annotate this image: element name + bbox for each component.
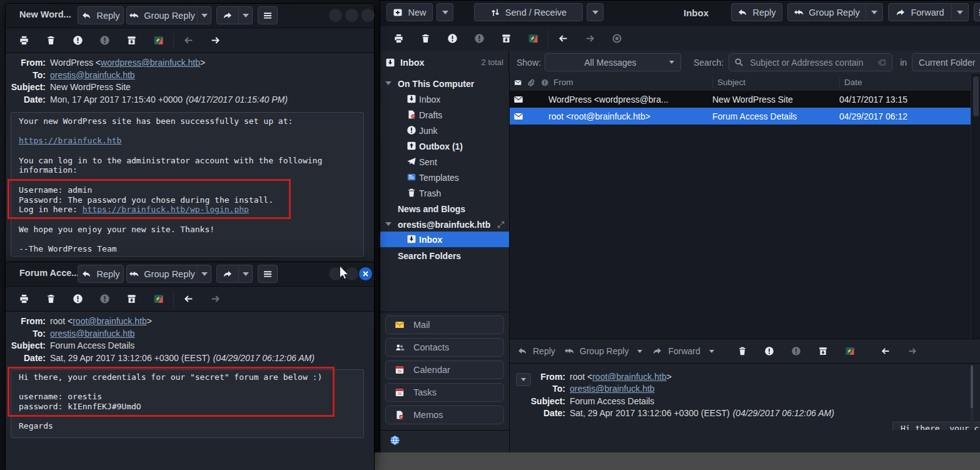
important-column-icon[interactable] [541,78,548,87]
group-reply-button[interactable]: Group Reply [126,6,198,24]
tree-account-inbox-selected[interactable]: Inbox [380,232,509,247]
send-receive-button[interactable]: Send / Receive [474,3,583,21]
forward-dropdown-button[interactable] [238,6,253,24]
collapse-headers-button[interactable] [516,373,531,386]
window-button-1[interactable] [329,9,342,22]
tree-templates[interactable]: Templates [380,170,509,185]
column-from[interactable]: From [548,77,712,88]
tree-on-this-computer[interactable]: On This Computer [380,76,509,91]
preview-delete-button[interactable] [729,346,756,356]
preview-forward-nav-button[interactable] [899,346,926,356]
group-reply-dropdown-button[interactable] [866,3,883,21]
wp-login-link[interactable]: https://brainfuck.htb/wp-login.php [83,205,249,214]
tree-account-orestis[interactable]: orestis@brainfuck.htb [380,217,509,232]
column-subject[interactable]: Subject [712,77,839,88]
status-column-icon[interactable] [514,78,522,87]
globe-status-icon[interactable] [390,435,400,446]
tree-junk[interactable]: Junk [380,123,509,138]
menu-button[interactable] [258,265,278,283]
switcher-contacts-button[interactable]: Contacts [385,338,504,357]
send-receive-dropdown-button[interactable] [587,3,604,21]
preview-group-reply-button[interactable]: Group Reply [564,346,629,356]
reply-button[interactable]: Reply [78,265,124,283]
to-address-link[interactable]: orestis@brainfuck.htb [570,384,655,394]
message-row-wordpress[interactable]: WordPress <wordpress@bra... New WordPres… [510,91,971,108]
mark-not-junk-button[interactable] [91,294,118,304]
from-address-link[interactable]: root@brainfuck.htb [73,316,147,326]
forward-button[interactable] [216,6,239,24]
window-button-3[interactable] [361,9,375,22]
preview-scrollbar[interactable] [971,365,973,428]
group-reply-button[interactable]: Group Reply [787,3,866,21]
preview-junk-button[interactable] [756,346,783,356]
tree-inbox[interactable]: Inbox [380,91,509,107]
expander-icon[interactable] [385,222,391,226]
switcher-calendar-button[interactable]: 31 Calendar [385,360,504,379]
to-address-link[interactable]: orestis@brainfuck.htb [50,70,135,80]
show-filter-dropdown[interactable]: All Messages [545,53,681,71]
print-button[interactable] [11,294,38,304]
archive-button[interactable] [118,294,145,304]
close-window-button[interactable] [359,267,372,280]
mark-junk-button[interactable] [64,294,91,304]
delete-button[interactable] [38,35,64,46]
switcher-memos-button[interactable]: Memos [385,406,504,424]
reply-button[interactable]: Reply [78,6,124,24]
tree-outbox[interactable]: Outbox (1) [380,138,509,154]
forward-button[interactable] [216,265,239,283]
stop-button[interactable] [604,33,630,44]
tree-news-and-blogs[interactable]: News and Blogs [380,201,509,217]
group-reply-dropdown[interactable] [637,350,642,353]
preview-archive-button[interactable] [810,346,837,356]
message-row-forum-selected[interactable]: root <root@brainfuck.htb> Forum Access D… [510,108,971,125]
forward-dropdown[interactable] [709,350,714,353]
group-reply-dropdown-button[interactable] [197,265,211,283]
print-button[interactable] [11,35,38,46]
mark-junk-button[interactable] [439,33,466,44]
mark-button[interactable] [145,35,172,46]
clear-search-icon[interactable] [877,58,887,68]
preview-reply-button[interactable]: Reply [517,346,555,356]
group-reply-dropdown-button[interactable] [197,6,211,24]
tree-trash[interactable]: Trash [380,185,509,201]
mark-button[interactable] [520,33,547,44]
print-button[interactable] [385,33,412,44]
mark-junk-button[interactable] [64,35,91,46]
delete-button[interactable] [38,294,64,304]
preview-not-junk-button[interactable] [783,346,810,356]
forward-nav-button[interactable] [577,33,604,44]
forward-button[interactable]: Forward [888,3,952,21]
tree-drafts[interactable]: Drafts [380,107,509,123]
archive-button[interactable] [493,33,520,44]
tree-search-folders[interactable]: Search Folders [380,248,509,263]
window-button-2[interactable] [345,9,358,22]
back-button[interactable] [550,33,577,44]
switcher-tasks-button[interactable]: 31 Tasks [385,383,504,402]
group-reply-button[interactable]: Group Reply [126,265,198,283]
forward-nav-button[interactable] [202,35,229,46]
preview-back-button[interactable] [872,346,899,356]
from-address-link[interactable]: wordpress@brainfuck.htb [101,58,200,68]
column-date[interactable]: Date [839,77,980,88]
mark-not-junk-button[interactable] [466,33,493,44]
search-scope-dropdown[interactable]: Current Folder [912,53,980,71]
new-button[interactable]: New [386,3,433,21]
attachment-column-icon[interactable] [527,78,535,87]
preview-forward-button[interactable]: Forward [652,346,700,356]
forward-dropdown-button[interactable] [238,265,253,283]
menu-button[interactable] [258,6,278,24]
expander-icon[interactable] [385,81,391,85]
preview-mark-button[interactable] [837,346,864,356]
back-button[interactable] [175,294,202,304]
to-address-link[interactable]: orestis@brainfuck.htb [50,329,135,339]
from-address-link[interactable]: root@brainfuck.htb [592,372,667,382]
archive-button[interactable] [118,35,145,46]
switcher-mail-button[interactable]: Mail [385,315,504,334]
delete-button[interactable] [412,33,439,44]
reply-button[interactable]: Reply [731,3,782,21]
site-link[interactable]: https://brainfuck.htb [19,136,121,145]
forward-nav-button[interactable] [202,294,229,304]
message-list-scrollbar[interactable] [971,74,980,339]
back-button[interactable] [175,35,202,46]
mark-button[interactable] [145,294,172,304]
